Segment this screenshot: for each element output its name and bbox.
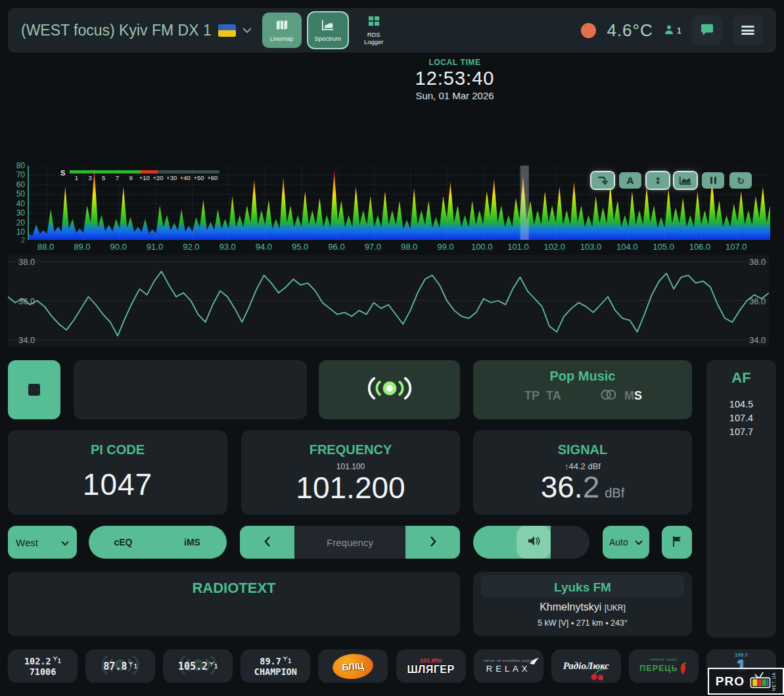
spectrum-x-tick: 91.0 — [147, 242, 163, 252]
nav-rds-logger-label: RDS Logger — [358, 31, 390, 45]
pty-value: Pop Music — [473, 369, 692, 384]
protv-net-text: NET.UA — [772, 672, 776, 691]
tuner-selector[interactable]: (WEST focus) Kyiv FM DX 1 — [21, 22, 252, 39]
spectrum-x-tick: 104.0 — [616, 242, 638, 252]
ims-toggle-button[interactable]: iMS — [158, 526, 227, 559]
spectrum-y-tick: 60 — [16, 180, 25, 189]
report-flag-button[interactable] — [662, 526, 692, 559]
arrow-curve-down-icon — [595, 175, 610, 186]
antenna-select-value: West — [16, 537, 38, 548]
s-meter-label: S — [60, 169, 65, 177]
signal-y-tick: 34.0 — [18, 335, 35, 345]
tune-down-button[interactable] — [240, 526, 294, 559]
tuned-frequency-marker — [520, 166, 529, 240]
spectrum-y-tick: 30 — [16, 208, 25, 218]
frequency-input[interactable] — [294, 526, 405, 559]
radiotext-label: RADIOTEXT — [8, 580, 460, 597]
letter-a-icon: A — [627, 175, 634, 186]
spectrum-x-tick: 107.0 — [726, 242, 747, 252]
spectrum-y-tick: 2 — [21, 236, 25, 244]
ukraine-flag-icon — [218, 24, 236, 37]
spectrum-fit-vertical-button[interactable]: ↕ — [647, 172, 669, 189]
spectrum-plot-area[interactable]: S 13579+10+20+30+40+50+60 A ↕ — [28, 166, 770, 240]
main-nav: Livemap Spectrum RDS Logger — [262, 12, 394, 48]
protv-pro-text: PRO — [716, 674, 745, 689]
rds-flags-card: Pop Music TP TA MS — [473, 360, 692, 419]
nav-rds-logger-button[interactable]: RDS Logger — [354, 12, 394, 48]
menu-button[interactable] — [733, 15, 763, 45]
station-logo[interactable]: БЛІЦ — [318, 649, 388, 683]
ceq-toggle-button[interactable]: cEQ — [89, 526, 158, 559]
frequency-value: 101.200 — [241, 470, 460, 505]
map-icon — [275, 19, 289, 33]
station-logo[interactable]: 89.71CHAMPION — [241, 649, 310, 683]
nav-spectrum-button[interactable]: Spectrum — [308, 12, 348, 48]
local-time-value: 12:53:40 — [355, 68, 555, 89]
spectrum-pause-button[interactable] — [702, 172, 724, 189]
spectrum-x-tick: 98.0 — [401, 242, 417, 252]
s-meter-scale: 13579+10+20+30+40+50+60 — [70, 174, 219, 181]
spectrum-x-tick: 103.0 — [580, 242, 602, 252]
stop-audio-button[interactable] — [8, 360, 60, 419]
stop-icon — [28, 384, 40, 396]
station-logo[interactable]: легке та спокійне радіоRELAX — [474, 649, 543, 683]
signal-y-tick: 38.0 — [18, 257, 35, 267]
arrows-vertical-icon: ↕ — [654, 175, 662, 186]
af-frequency[interactable]: 107.7 — [706, 425, 776, 439]
area-chart-icon — [678, 175, 693, 186]
page-title: (WEST focus) Kyiv FM DX 1 — [21, 22, 212, 39]
spectrum-y-tick: 50 — [16, 189, 25, 198]
chat-button[interactable] — [692, 15, 722, 45]
spectrum-graph-style-button[interactable] — [674, 172, 697, 189]
spectrum-y-tick: 40 — [16, 199, 25, 208]
frequency-tuner — [240, 526, 460, 559]
listener-count-value: 1 — [677, 26, 681, 35]
spectrum-y-tick: 20 — [16, 218, 25, 227]
spectrum-x-tick: 93.0 — [219, 242, 235, 252]
antenna-select[interactable]: West — [8, 526, 77, 559]
spectrum-refresh-button[interactable]: ↻ — [729, 172, 752, 189]
volume-slider[interactable] — [473, 526, 589, 559]
pi-code-label: PI CODE — [8, 442, 227, 457]
ms-flag: MS — [624, 389, 642, 403]
spectrum-peak-hold-button[interactable] — [591, 172, 614, 189]
listener-count: 1 — [664, 24, 681, 37]
fm-dx-webserver-app: (WEST focus) Kyiv FM DX 1 Livemap Spectr… — [0, 0, 784, 696]
refresh-icon: ↻ — [737, 175, 745, 186]
pi-code-card: PI CODE 1047 — [8, 430, 227, 515]
spectrum-chart-icon — [321, 19, 335, 33]
spectrum-x-tick: 101.0 — [507, 242, 529, 252]
chevron-down-icon — [635, 537, 643, 547]
stereo-circles-icon — [599, 389, 618, 403]
nav-spectrum-label: Spectrum — [314, 35, 341, 42]
spectrum-x-tick: 95.0 — [292, 242, 308, 252]
tp-flag: TP — [524, 389, 540, 403]
pause-icon — [709, 175, 717, 186]
nav-livemap-button[interactable]: Livemap — [262, 12, 302, 48]
af-frequency[interactable]: 104.5 — [706, 398, 776, 411]
station-logo[interactable]: РадіоЛюкс — [551, 649, 621, 683]
station-logo[interactable]: 87.81 — [85, 649, 155, 683]
spectrum-autoscale-button[interactable]: A — [619, 172, 641, 189]
signal-card: SIGNAL ↑44.2 dBf 36.2dBf — [473, 430, 692, 515]
station-logo[interactable]: смачне радіоПЕРЕЦЬ — [629, 649, 699, 683]
spectrum-y-axis: 80706050403020102 — [8, 166, 25, 240]
ps-name-card — [74, 360, 307, 419]
tune-up-button[interactable] — [405, 526, 460, 559]
spectrum-x-tick: 92.0 — [183, 242, 199, 252]
frequency-card: FREQUENCY 101.100 101.200 — [241, 430, 460, 515]
volume-thumb[interactable] — [517, 526, 551, 559]
station-logo[interactable]: 105.21 — [163, 649, 233, 683]
signal-history-graph: 38.038.036.036.034.034.0 — [8, 255, 769, 346]
spectrum-x-axis: 88.089.090.091.092.093.094.095.096.097.0… — [28, 242, 769, 252]
station-details: 5 kW [V] ▪ 271 km ▪ 243° — [473, 618, 692, 628]
stereo-indicator-card — [319, 360, 460, 419]
af-label: AF — [706, 369, 776, 386]
af-frequency[interactable]: 107.4 — [706, 411, 776, 425]
station-logo[interactable]: 101.9fmШЛЯГЕР — [396, 649, 466, 683]
spectrum-x-tick: 97.0 — [365, 242, 381, 252]
spectrum-x-tick: 90.0 — [110, 242, 127, 252]
station-name: Lyuks FM — [473, 580, 692, 595]
mode-select[interactable]: Auto — [603, 526, 649, 559]
station-logo[interactable]: 102.2171006 — [8, 649, 78, 683]
